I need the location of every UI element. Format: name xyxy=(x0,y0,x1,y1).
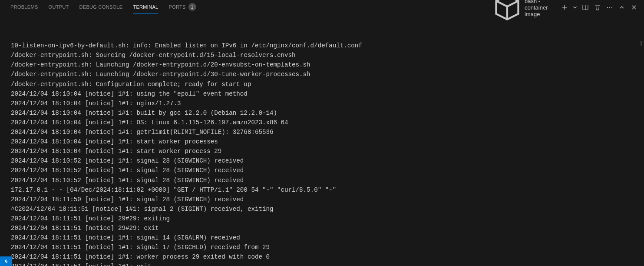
terminal-line: /docker-entrypoint.sh: Configuration com… xyxy=(11,80,640,89)
panel-tabs: PROBLEMS OUTPUT DEBUG CONSOLE TERMINAL P… xyxy=(5,0,492,15)
terminal-line: 2024/12/04 18:10:52 [notice] 1#1: signal… xyxy=(11,156,640,166)
split-horizontal-icon xyxy=(582,4,589,11)
terminal-line: 2024/12/04 18:10:04 [notice] 1#1: built … xyxy=(11,108,640,118)
terminal-line: 2024/12/04 18:10:52 [notice] 1#1: signal… xyxy=(11,176,640,185)
terminal-line: 2024/12/04 18:10:04 [notice] 1#1: using … xyxy=(11,89,640,99)
terminal-line: /docker-entrypoint.sh: Sourcing /docker-… xyxy=(11,50,640,60)
new-terminal-button[interactable] xyxy=(560,3,569,12)
scrollbar-thumb[interactable] xyxy=(641,41,642,46)
svg-point-2 xyxy=(609,7,610,8)
terminal-line: 2024/12/04 18:11:51 [notice] 29#29: exit… xyxy=(11,214,640,223)
svg-point-3 xyxy=(611,7,612,8)
terminal-label: bash - container-image xyxy=(525,0,553,17)
terminal-line: 2024/12/04 18:10:52 [notice] 1#1: signal… xyxy=(11,166,640,175)
terminal-line: 2024/12/04 18:11:51 [notice] 1#1: signal… xyxy=(11,243,640,252)
terminal-line: 2024/12/04 18:10:04 [notice] 1#1: start … xyxy=(11,137,640,146)
kill-terminal-button[interactable] xyxy=(593,3,602,12)
plus-icon xyxy=(561,4,568,11)
terminal-line: ^C2024/12/04 18:11:51 [notice] 1#1: sign… xyxy=(11,204,640,214)
more-actions-button[interactable] xyxy=(605,3,614,12)
tab-debug-console[interactable]: DEBUG CONSOLE xyxy=(74,2,128,13)
tab-output[interactable]: OUTPUT xyxy=(43,2,74,13)
remote-indicator[interactable] xyxy=(0,256,12,266)
terminal-line: 2024/12/04 18:11:50 [notice] 1#1: signal… xyxy=(11,195,640,204)
chevron-down-icon xyxy=(572,4,578,11)
close-icon xyxy=(631,4,637,11)
terminal-line: 2024/12/04 18:10:04 [notice] 1#1: nginx/… xyxy=(11,99,640,108)
terminal-body[interactable]: 10-listen-on-ipv6-by-default.sh: info: E… xyxy=(0,15,644,266)
terminal-line: 2024/12/04 18:10:04 [notice] 1#1: start … xyxy=(11,146,640,156)
tab-ports[interactable]: PORTS 1 xyxy=(163,0,201,15)
tab-problems[interactable]: PROBLEMS xyxy=(5,2,43,13)
terminal-line: 2024/12/04 18:10:04 [notice] 1#1: getrli… xyxy=(11,127,640,137)
ports-badge: 1 xyxy=(188,3,196,11)
terminal-line: 2024/12/04 18:11:51 [notice] 29#29: exit xyxy=(11,223,640,233)
terminal-line: 2024/12/04 18:11:51 [notice] 1#1: worker… xyxy=(11,252,640,262)
tab-ports-label: PORTS xyxy=(168,4,185,10)
tab-terminal[interactable]: TERMINAL xyxy=(128,2,163,13)
terminal-line: /docker-entrypoint.sh: Launching /docker… xyxy=(11,70,640,79)
split-terminal-button[interactable] xyxy=(581,3,590,12)
terminal-line: /docker-entrypoint.sh: Launching /docker… xyxy=(11,60,640,70)
chevron-up-icon xyxy=(618,4,625,11)
remote-icon xyxy=(3,258,9,264)
terminal-line: 172.17.0.1 - - [04/Dec/2024:18:11:02 +00… xyxy=(11,185,640,195)
terminal-output: 10-listen-on-ipv6-by-default.sh: info: E… xyxy=(11,41,640,266)
maximize-panel-button[interactable] xyxy=(617,3,627,12)
terminal-line: 2024/12/04 18:11:51 [notice] 1#1: exit xyxy=(11,262,640,266)
close-panel-button[interactable] xyxy=(629,3,639,12)
trash-icon xyxy=(594,4,601,11)
svg-point-1 xyxy=(607,7,608,8)
terminal-line: 2024/12/04 18:10:04 [notice] 1#1: OS: Li… xyxy=(11,118,640,127)
terminal-line: 10-listen-on-ipv6-by-default.sh: info: E… xyxy=(11,41,640,50)
panel-header: PROBLEMS OUTPUT DEBUG CONSOLE TERMINAL P… xyxy=(0,0,644,15)
terminal-line: 2024/12/04 18:11:51 [notice] 1#1: signal… xyxy=(11,233,640,243)
ellipsis-icon xyxy=(606,4,613,11)
terminal-launch-profile[interactable] xyxy=(572,3,578,12)
